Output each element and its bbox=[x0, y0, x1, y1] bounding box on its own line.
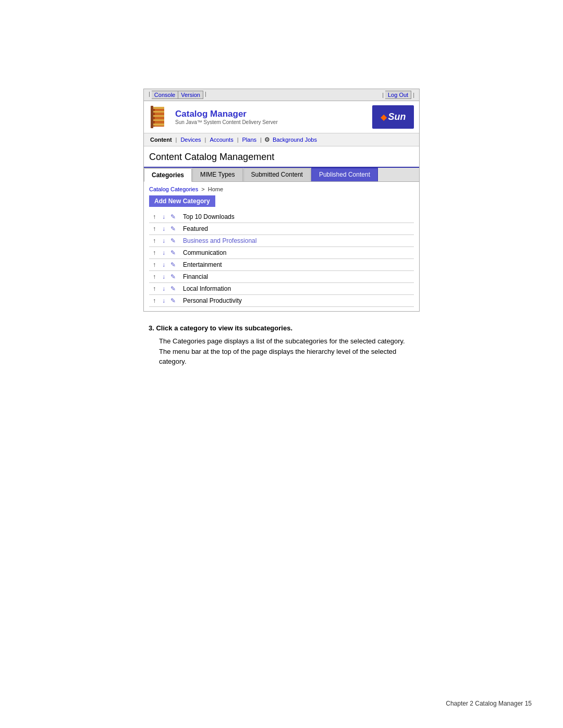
breadcrumb-catalog-categories[interactable]: Catalog Categories bbox=[149, 186, 198, 192]
down-icon[interactable]: ↓ bbox=[160, 225, 168, 232]
top-bar-separator-left: | bbox=[147, 91, 152, 99]
svg-rect-7 bbox=[151, 106, 153, 128]
tab-published-content[interactable]: Published Content bbox=[311, 168, 378, 181]
edit-icon[interactable]: ✎ bbox=[169, 273, 177, 280]
category-name[interactable]: Financial bbox=[183, 273, 208, 280]
up-icon[interactable]: ↑ bbox=[150, 261, 158, 268]
edit-icon[interactable]: ✎ bbox=[169, 297, 177, 304]
version-link[interactable]: Version bbox=[178, 91, 203, 99]
edit-icon[interactable]: ✎ bbox=[169, 237, 177, 244]
row-actions: ↑ ↓ ✎ bbox=[150, 237, 179, 244]
row-actions: ↑ ↓ ✎ bbox=[150, 273, 179, 280]
logout-link[interactable]: Log Out bbox=[385, 91, 411, 99]
tab-submitted-content[interactable]: Submitted Content bbox=[243, 168, 311, 181]
row-actions: ↑ ↓ ✎ bbox=[150, 249, 179, 256]
top-bar-right: | Log Out | bbox=[381, 91, 416, 99]
tabs-bar: Categories MIME Types Submitted Content … bbox=[144, 168, 419, 182]
edit-icon[interactable]: ✎ bbox=[169, 213, 177, 220]
content-area: Catalog Categories > Home Add New Catego… bbox=[144, 182, 419, 311]
header: Catalog Manager Sun Java™ System Content… bbox=[144, 101, 419, 133]
edit-icon[interactable]: ✎ bbox=[169, 261, 177, 268]
up-icon[interactable]: ↑ bbox=[150, 285, 158, 292]
nav-plans[interactable]: Plans bbox=[241, 137, 258, 143]
down-icon[interactable]: ↓ bbox=[160, 273, 168, 280]
down-icon[interactable]: ↓ bbox=[160, 285, 168, 292]
row-actions: ↑ ↓ ✎ bbox=[150, 261, 179, 268]
footer-text: Chapter 2 Catalog Manager 15 bbox=[446, 700, 532, 707]
top-bar-left: | Console Version | bbox=[147, 91, 208, 99]
add-new-category-button[interactable]: Add New Category bbox=[149, 195, 215, 207]
step-3-heading: 3. Click a category to view its subcateg… bbox=[149, 324, 414, 332]
category-name[interactable]: Business and Professional bbox=[183, 237, 256, 244]
page-title-section: Content Catalog Management bbox=[144, 146, 419, 168]
row-actions: ↑ ↓ ✎ bbox=[150, 225, 179, 232]
row-actions: ↑ ↓ ✎ bbox=[150, 285, 179, 292]
svg-rect-5 bbox=[152, 119, 164, 121]
console-link[interactable]: Console bbox=[152, 91, 178, 99]
table-row: ↑ ↓ ✎ Top 10 Downloads bbox=[149, 211, 414, 223]
table-row: ↑ ↓ ✎ Personal Productivity bbox=[149, 295, 414, 307]
category-list: ↑ ↓ ✎ Top 10 Downloads ↑ ↓ ✎ Featured bbox=[149, 211, 414, 307]
category-name[interactable]: Featured bbox=[183, 225, 208, 232]
header-left: Catalog Manager Sun Java™ System Content… bbox=[149, 105, 278, 129]
nav-devices[interactable]: Devices bbox=[179, 137, 202, 143]
row-actions: ↑ ↓ ✎ bbox=[150, 213, 179, 220]
category-name[interactable]: Communication bbox=[183, 249, 226, 256]
up-icon[interactable]: ↑ bbox=[150, 249, 158, 256]
page-title: Content Catalog Management bbox=[149, 152, 414, 163]
header-title: Catalog Manager bbox=[175, 109, 278, 119]
svg-rect-6 bbox=[152, 124, 164, 126]
top-bar: | Console Version | | Log Out | bbox=[144, 89, 419, 101]
category-name[interactable]: Top 10 Downloads bbox=[183, 213, 235, 220]
top-bar-separator-mid: | bbox=[203, 91, 208, 99]
down-icon[interactable]: ↓ bbox=[160, 249, 168, 256]
sun-diamond-icon: ◆ bbox=[381, 112, 387, 122]
breadcrumb-home: Home bbox=[208, 186, 223, 192]
header-title-block: Catalog Manager Sun Java™ System Content… bbox=[175, 109, 278, 125]
step-3-body: The Categories page displays a list of t… bbox=[149, 336, 414, 367]
top-bar-separator-right: | bbox=[381, 92, 385, 98]
sun-logo: ◆ Sun bbox=[372, 105, 414, 129]
down-icon[interactable]: ↓ bbox=[160, 297, 168, 304]
sun-logo-text: Sun bbox=[388, 112, 406, 122]
up-icon[interactable]: ↑ bbox=[150, 297, 158, 304]
top-bar-separator-end: | bbox=[411, 92, 416, 98]
nav-bar: Content | Devices | Accounts | Plans | ⚙… bbox=[144, 133, 419, 146]
down-icon[interactable]: ↓ bbox=[160, 213, 168, 220]
svg-rect-3 bbox=[152, 111, 164, 113]
page-footer: Chapter 2 Catalog Manager 15 bbox=[446, 700, 532, 707]
category-name[interactable]: Personal Productivity bbox=[183, 297, 242, 304]
edit-icon[interactable]: ✎ bbox=[169, 249, 177, 256]
breadcrumb: Catalog Categories > Home bbox=[149, 186, 414, 192]
tab-categories[interactable]: Categories bbox=[144, 168, 192, 182]
svg-rect-4 bbox=[152, 115, 164, 117]
table-row: ↑ ↓ ✎ Communication bbox=[149, 247, 414, 259]
book-icon bbox=[149, 105, 170, 129]
category-name[interactable]: Local Information bbox=[183, 285, 231, 292]
down-icon[interactable]: ↓ bbox=[160, 237, 168, 244]
table-row: ↑ ↓ ✎ Financial bbox=[149, 271, 414, 283]
up-icon[interactable]: ↑ bbox=[150, 237, 158, 244]
gear-icon: ⚙ bbox=[264, 136, 270, 143]
svg-rect-2 bbox=[152, 107, 164, 109]
down-icon[interactable]: ↓ bbox=[160, 261, 168, 268]
table-row: ↑ ↓ ✎ Local Information bbox=[149, 283, 414, 295]
up-icon[interactable]: ↑ bbox=[150, 273, 158, 280]
edit-icon[interactable]: ✎ bbox=[169, 285, 177, 292]
category-name[interactable]: Entertainment bbox=[183, 261, 222, 268]
header-subtitle: Sun Java™ System Content Delivery Server bbox=[175, 119, 278, 125]
step-3-section: 3. Click a category to view its subcateg… bbox=[143, 324, 420, 367]
nav-content[interactable]: Content bbox=[149, 137, 173, 143]
table-row: ↑ ↓ ✎ Business and Professional bbox=[149, 235, 414, 247]
app-container: | Console Version | | Log Out | bbox=[143, 89, 420, 312]
up-icon[interactable]: ↑ bbox=[150, 213, 158, 220]
table-row: ↑ ↓ ✎ Featured bbox=[149, 223, 414, 235]
row-actions: ↑ ↓ ✎ bbox=[150, 297, 179, 304]
nav-accounts[interactable]: Accounts bbox=[209, 137, 234, 143]
edit-icon[interactable]: ✎ bbox=[169, 225, 177, 232]
nav-background-jobs[interactable]: ⚙ Background Jobs bbox=[264, 136, 318, 143]
up-icon[interactable]: ↑ bbox=[150, 225, 158, 232]
table-row: ↑ ↓ ✎ Entertainment bbox=[149, 259, 414, 271]
tab-mime-types[interactable]: MIME Types bbox=[192, 168, 242, 181]
